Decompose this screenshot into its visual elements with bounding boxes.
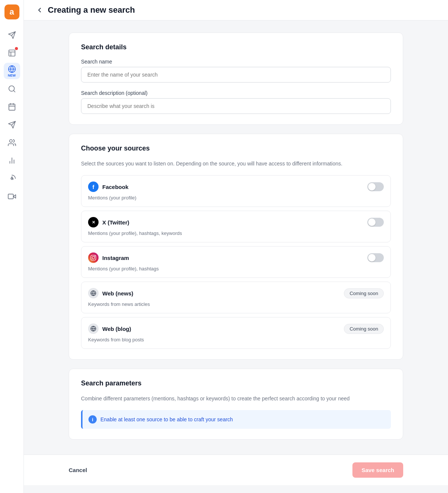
source-facebook-desc: Mentions (your profile) [88, 195, 384, 201]
sidebar-item-new-search[interactable]: NEW [4, 63, 20, 79]
source-instagram-header: Instagram [88, 252, 384, 263]
instagram-icon [88, 252, 99, 263]
web-news-icon [88, 288, 99, 298]
source-instagram-name-row: Instagram [88, 252, 129, 263]
page-content: Search details Search name Search descri… [24, 21, 448, 452]
source-web-blog-desc: Keywords from blog posts [88, 337, 384, 342]
source-web-news-desc: Keywords from news articles [88, 301, 384, 307]
search-name-input[interactable] [81, 67, 391, 83]
facebook-toggle[interactable] [367, 182, 384, 191]
main-content: Creating a new search Search details Sea… [24, 0, 448, 493]
source-web-news-header: Web (news) Coming soon [88, 288, 384, 298]
app-logo[interactable]: a [4, 4, 19, 19]
source-twitter-label: X (Twitter) [102, 219, 129, 226]
svg-rect-7 [9, 104, 15, 111]
source-web-news-name-row: Web (news) [88, 288, 133, 298]
web-blog-icon [88, 323, 99, 334]
source-instagram: Instagram Mentions (your profile), hasht… [81, 246, 391, 278]
sidebar: a NEW [0, 0, 24, 493]
sidebar-item-send[interactable] [4, 27, 20, 43]
back-button[interactable] [36, 6, 43, 14]
search-details-title: Search details [81, 43, 391, 51]
logo-letter: a [9, 7, 14, 17]
svg-point-11 [9, 140, 12, 142]
svg-rect-2 [9, 50, 15, 56]
source-facebook: f Facebook Mentions (your profile) [81, 175, 391, 207]
sidebar-item-campaigns[interactable] [4, 117, 20, 133]
cancel-button[interactable]: Cancel [69, 463, 87, 477]
svg-point-19 [92, 257, 95, 259]
info-icon: i [88, 415, 97, 424]
search-desc-input[interactable] [81, 98, 391, 114]
info-banner: i Enable at least one source to be able … [81, 410, 391, 429]
page-title: Creating a new search [48, 5, 135, 15]
source-twitter-header: ✕ X (Twitter) [88, 217, 384, 227]
source-web-blog-label: Web (blog) [102, 326, 131, 332]
svg-point-20 [94, 256, 95, 257]
source-web-blog-name-row: Web (blog) [88, 323, 131, 334]
sidebar-item-search[interactable] [4, 81, 20, 97]
source-instagram-label: Instagram [102, 255, 129, 261]
search-parameters-card: Search parameters Combine different para… [69, 369, 403, 440]
inbox-badge [15, 47, 18, 50]
search-details-card: Search details Search name Search descri… [69, 32, 403, 125]
sidebar-item-media[interactable] [4, 188, 20, 205]
sidebar-item-inbox[interactable] [4, 45, 20, 61]
source-web-blog-header: Web (blog) Coming soon [88, 323, 384, 334]
search-desc-field-group: Search description (optional) [81, 90, 391, 114]
info-banner-text: Enable at least one source to be able to… [100, 416, 233, 422]
svg-line-6 [13, 90, 15, 92]
search-parameters-title: Search parameters [81, 379, 391, 387]
footer-actions: Cancel Save search [24, 455, 448, 485]
svg-rect-18 [91, 255, 96, 260]
page-header: Creating a new search [24, 0, 448, 21]
source-facebook-header: f Facebook [88, 182, 384, 192]
save-search-button[interactable]: Save search [352, 462, 403, 478]
sidebar-item-users[interactable] [4, 134, 20, 151]
web-blog-coming-soon-badge: Coming soon [344, 324, 384, 334]
instagram-toggle[interactable] [367, 253, 384, 262]
new-badge-label: NEW [8, 74, 16, 77]
search-name-field-group: Search name [81, 59, 391, 83]
search-parameters-desc: Combine different parameters (mentions, … [81, 395, 391, 403]
source-web-blog: Web (blog) Coming soon Keywords from blo… [81, 317, 391, 349]
source-twitter-desc: Mentions (your profile), hashtags, keywo… [88, 230, 384, 236]
source-facebook-label: Facebook [102, 184, 128, 190]
source-web-news: Web (news) Coming soon Keywords from new… [81, 282, 391, 313]
sidebar-item-calendar[interactable] [4, 99, 20, 115]
web-news-coming-soon-badge: Coming soon [344, 288, 384, 298]
choose-sources-card: Choose your sources Select the sources y… [69, 134, 403, 360]
sidebar-item-performance[interactable] [4, 170, 20, 187]
search-name-label: Search name [81, 59, 391, 65]
source-twitter-name-row: ✕ X (Twitter) [88, 217, 129, 227]
source-web-news-label: Web (news) [102, 290, 133, 297]
search-desc-label: Search description (optional) [81, 90, 391, 96]
svg-marker-16 [13, 195, 15, 198]
twitter-icon: ✕ [88, 217, 99, 227]
choose-sources-desc: Select the sources you want to listen on… [81, 160, 391, 168]
twitter-toggle[interactable] [367, 218, 384, 227]
choose-sources-title: Choose your sources [81, 145, 391, 152]
facebook-icon: f [88, 182, 99, 192]
source-instagram-desc: Mentions (your profile), hashtags [88, 266, 384, 272]
source-facebook-name-row: f Facebook [88, 182, 128, 192]
svg-rect-17 [8, 194, 13, 199]
sidebar-item-analytics[interactable] [4, 152, 20, 169]
source-twitter: ✕ X (Twitter) Mentions (your profile), h… [81, 211, 391, 242]
